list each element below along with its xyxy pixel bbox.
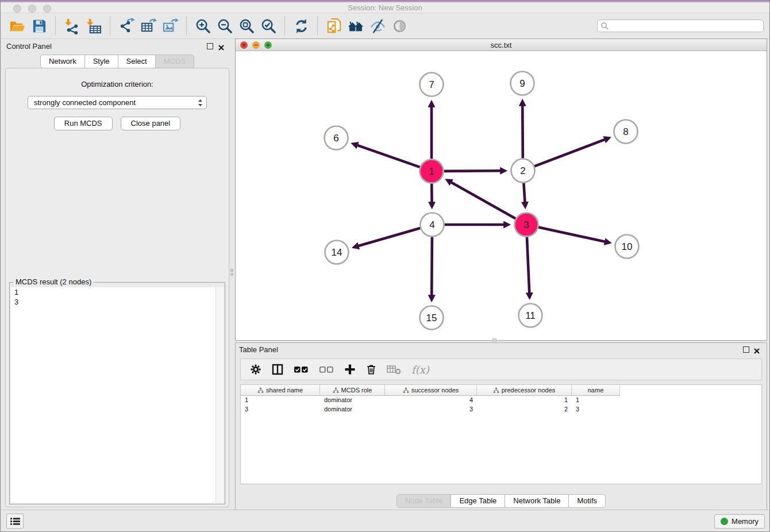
- tab-select[interactable]: Select: [118, 55, 156, 68]
- edge-4-15[interactable]: [432, 237, 432, 295]
- network-window-titlebar[interactable]: scc.txt: [236, 39, 767, 51]
- control-panel: Control Panel NetworkStyleSelectMCDS Opt…: [3, 40, 232, 507]
- edge-1-6[interactable]: [357, 145, 419, 167]
- export-network-icon[interactable]: [116, 16, 137, 36]
- hide-graphics-details-icon[interactable]: [367, 16, 388, 36]
- node-10[interactable]: 10: [615, 235, 639, 259]
- export-image-icon[interactable]: [159, 16, 181, 36]
- float-table-panel-icon[interactable]: [743, 346, 749, 353]
- edge-2-3[interactable]: [523, 183, 525, 202]
- table-row[interactable]: 1dominator411: [241, 396, 761, 405]
- home-icon[interactable]: [345, 16, 367, 36]
- tab-motifs[interactable]: Motifs: [568, 494, 606, 508]
- table-cell: dominator: [320, 405, 385, 414]
- close-panel-button[interactable]: Close panel: [121, 117, 181, 130]
- column-header-predecessor-nodes[interactable]: predecessor nodes: [477, 385, 572, 396]
- toggle-panel-icon[interactable]: [272, 363, 283, 376]
- node-1[interactable]: 1: [420, 160, 444, 183]
- show-view-icon[interactable]: [388, 16, 410, 36]
- node-9[interactable]: 9: [511, 72, 534, 95]
- edge-3-10[interactable]: [538, 228, 605, 242]
- node-label: 3: [523, 219, 529, 230]
- app-title: Session: New Session: [1, 3, 769, 12]
- column-header-label: shared name: [266, 387, 303, 394]
- node-label: 7: [429, 79, 434, 90]
- tab-style[interactable]: Style: [84, 55, 118, 68]
- table-cell: 1: [241, 396, 320, 405]
- save-session-icon[interactable]: [28, 16, 50, 36]
- table-row[interactable]: 3dominator323: [241, 405, 761, 414]
- zoom-fit-icon[interactable]: [236, 16, 257, 36]
- vertical-splitter-grip[interactable]: [230, 269, 234, 278]
- node-7[interactable]: 7: [420, 73, 444, 97]
- table-panel-title: Table Panel: [239, 345, 278, 354]
- zoom-in-icon[interactable]: [192, 16, 214, 36]
- result-scrollbar[interactable]: [215, 287, 224, 503]
- edge-3-11[interactable]: [527, 237, 529, 293]
- edge-3-1[interactable]: [451, 182, 516, 219]
- table-cell: dominator: [320, 396, 385, 405]
- tab-edge-table[interactable]: Edge Table: [451, 494, 505, 508]
- search-box[interactable]: [597, 20, 764, 32]
- mcds-result-textarea[interactable]: 13: [11, 287, 224, 503]
- node-2[interactable]: 2: [511, 159, 535, 183]
- run-mcds-button[interactable]: Run MCDS: [54, 117, 113, 130]
- column-header-name[interactable]: name: [572, 385, 620, 396]
- select-all-icon[interactable]: [294, 363, 309, 376]
- main-toolbar: [1, 13, 769, 39]
- horizontal-splitter-grip[interactable]: [492, 338, 496, 342]
- tab-network-table[interactable]: Network Table: [505, 494, 569, 508]
- search-input[interactable]: [611, 20, 761, 32]
- hierarchy-icon: [333, 387, 339, 394]
- zoom-out-icon[interactable]: [214, 16, 236, 36]
- memory-button[interactable]: Memory: [714, 514, 765, 529]
- tab-mcds[interactable]: MCDS: [155, 55, 194, 68]
- node-4[interactable]: 4: [421, 213, 444, 237]
- node-3[interactable]: 3: [515, 213, 538, 237]
- float-panel-icon[interactable]: [207, 43, 213, 49]
- control-panel-header: Control Panel: [3, 40, 232, 53]
- zoom-selected-icon[interactable]: [257, 16, 279, 36]
- node-6[interactable]: 6: [325, 126, 348, 150]
- node-8[interactable]: 8: [614, 120, 638, 144]
- control-panel-tabs: NetworkStyleSelectMCDS: [3, 55, 232, 68]
- table-cell: 1: [572, 396, 620, 405]
- import-network-icon[interactable]: [61, 16, 83, 36]
- tab-network[interactable]: Network: [40, 55, 85, 68]
- memory-button-label: Memory: [732, 517, 759, 526]
- delete-icon[interactable]: [366, 363, 376, 376]
- deselect-all-icon[interactable]: [319, 363, 334, 376]
- edge-4-14[interactable]: [358, 228, 420, 246]
- node-14[interactable]: 14: [325, 241, 349, 264]
- table-header-row: shared nameMCDS rolesuccessor nodesprede…: [241, 385, 761, 396]
- network-canvas[interactable]: 7968124314101511: [236, 51, 767, 340]
- node-15[interactable]: 15: [420, 306, 444, 330]
- edge-2-8[interactable]: [534, 140, 605, 167]
- node-11[interactable]: 11: [519, 304, 542, 327]
- column-header-mcds-role[interactable]: MCDS role: [320, 385, 385, 396]
- edge-2-9[interactable]: [522, 105, 523, 158]
- column-header-shared-name[interactable]: shared name: [241, 385, 320, 396]
- node-label: 2: [520, 165, 525, 176]
- node-label: 11: [525, 310, 536, 321]
- application-window: Session: New Session Control Panel Netwo…: [0, 0, 770, 532]
- clone-network-icon[interactable]: [323, 16, 345, 36]
- edge-1-2[interactable]: [444, 171, 500, 171]
- mcds-buttons-row: Run MCDS Close panel: [6, 117, 229, 130]
- optimization-criterion-select[interactable]: strongly connected component: [28, 96, 207, 109]
- column-header-successor-nodes[interactable]: successor nodes: [385, 385, 477, 396]
- import-table-icon[interactable]: [83, 16, 105, 36]
- mcds-panel: Optimization criterion: strongly connect…: [5, 68, 229, 507]
- show-panels-menu-button[interactable]: [6, 514, 24, 529]
- delete-table-icon: [387, 363, 401, 376]
- node-label: 9: [519, 78, 525, 89]
- tab-node-table[interactable]: Node Table: [396, 494, 452, 508]
- refresh-view-icon[interactable]: [290, 16, 312, 36]
- close-panel-icon[interactable]: [218, 43, 225, 50]
- settings-icon[interactable]: [250, 363, 261, 376]
- export-table-icon[interactable]: [137, 16, 159, 36]
- column-header-label: MCDS role: [341, 387, 372, 394]
- add-icon[interactable]: [344, 363, 356, 376]
- open-session-icon[interactable]: [6, 16, 28, 36]
- close-table-panel-icon[interactable]: [753, 346, 760, 353]
